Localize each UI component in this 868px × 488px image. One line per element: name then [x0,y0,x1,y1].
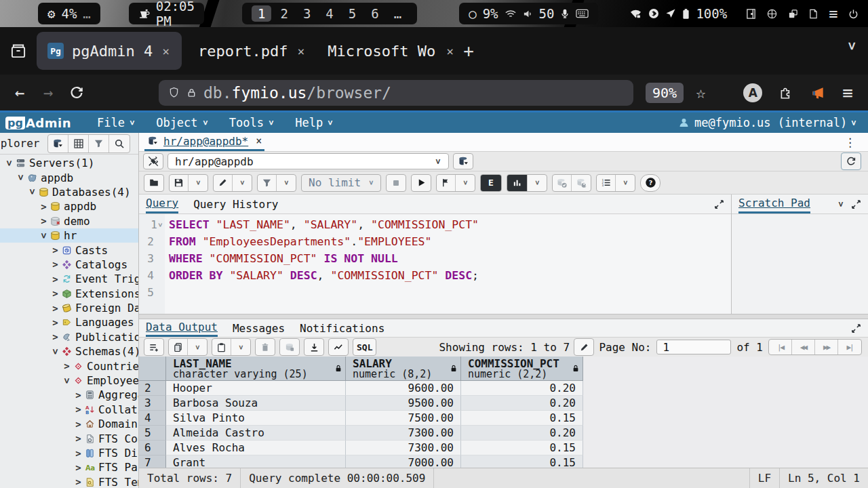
save-button[interactable] [170,175,189,191]
tab-manager-icon[interactable] [7,42,30,60]
graph-visualiser-button[interactable] [329,339,348,355]
tree-item[interactable]: >Domains [0,417,138,431]
cell[interactable]: 7000.00 [346,455,461,468]
exit-door-icon[interactable] [746,8,756,20]
workspace-…[interactable]: … [388,5,408,22]
tree-expander-icon[interactable]: > [39,230,49,241]
connect-database-button[interactable] [48,135,68,152]
tree-item[interactable]: >FTS Templates [0,475,138,488]
browser-tab-pgadmin[interactable]: Pg pgAdmin 4 × [37,32,182,70]
tree-item[interactable]: >Catalogs [0,258,138,272]
grid-view-button[interactable] [68,135,89,152]
explain-chevron-icon[interactable]: > [528,175,547,191]
stop-button[interactable] [387,175,406,191]
page-number-input[interactable] [656,340,731,354]
tree-item[interactable]: >demo [0,214,138,228]
delete-row-button[interactable] [256,339,275,355]
tab-query-history[interactable]: Query History [193,195,278,214]
column-header-commission_pct[interactable]: COMMISSION_PCTnumeric (2,2) [461,357,583,381]
tree-expander-icon[interactable]: > [50,318,60,327]
tree-item[interactable]: >Countries [0,359,138,373]
megaphone-extension-icon[interactable] [810,85,826,100]
tree-expander-icon[interactable]: > [51,346,60,357]
rollback-button[interactable] [572,175,591,191]
tree-item[interactable]: >appdb [0,199,138,214]
connectivity-widget[interactable]: 100% [620,3,736,24]
tab-overflow-chevron-icon[interactable]: > [846,42,859,60]
back-button[interactable]: ← [8,83,31,102]
menu-file[interactable]: File> [87,113,144,133]
cell[interactable]: 0.20 [461,381,583,396]
row-limit-select[interactable]: No limit> [301,174,381,192]
table-row[interactable]: 6Alves Rocha7300.000.15 [139,441,868,455]
column-header-salary[interactable]: SALARYnumeric (8,2) [346,357,461,381]
explain-button[interactable]: E [481,175,501,191]
tree-item[interactable]: >appdb [0,170,138,184]
tree-expander-icon[interactable]: > [73,463,83,472]
close-tab-icon[interactable]: × [161,44,171,58]
tree-item[interactable]: >FTS Configurations [0,431,138,445]
url-field[interactable]: db.fymio.us/browser/ [159,80,633,106]
panel-kebab-icon[interactable]: ⋮ [837,136,863,149]
workspace-4[interactable]: 4 [319,5,339,22]
expand-editor-icon[interactable] [714,199,724,209]
help-button[interactable]: ? [641,175,660,191]
cell[interactable]: 0.15 [461,455,583,468]
menu-tools[interactable]: Tools> [220,113,283,133]
execute-chevron-icon[interactable]: > [456,175,475,191]
tree-expander-icon[interactable]: > [50,245,60,255]
tree-expander-icon[interactable]: > [62,375,72,386]
paste-button[interactable] [212,339,231,355]
tree-expander-icon[interactable]: > [39,216,49,226]
tree-expander-icon[interactable]: > [50,260,60,269]
tree-item[interactable]: >EmployeesDepartments [0,373,138,388]
bookmark-star-icon[interactable]: ☆ [696,83,705,102]
expand-scratch-icon[interactable] [851,199,861,209]
table-row[interactable]: 7Grant7000.000.15 [139,455,868,468]
menu-object[interactable]: Object> [146,113,217,133]
tree-expander-icon[interactable]: > [39,202,49,211]
workspace-2[interactable]: 2 [274,5,294,22]
tree-item[interactable]: >Casts [0,243,138,257]
copy-button[interactable] [169,339,188,355]
tree-item[interactable]: >FTS Dictionaries [0,446,138,460]
row-number[interactable]: 3 [139,396,166,411]
cell[interactable]: 7300.00 [346,441,461,455]
tree-expander-icon[interactable]: > [50,274,60,284]
tree-expander-icon[interactable]: > [62,361,72,371]
close-query-tab-icon[interactable]: × [256,135,262,147]
first-page-button[interactable]: |◀ [769,340,792,354]
execute-options-button[interactable] [437,175,456,191]
tree-item[interactable]: >hr [0,228,138,243]
add-row-button[interactable] [144,339,163,355]
row-number[interactable]: 6 [139,441,166,455]
tree-item[interactable]: >Databases(4) [0,185,138,199]
tree-expander-icon[interactable]: > [73,477,83,487]
tree-expander-icon[interactable]: > [5,158,14,168]
extensions-puzzle-icon[interactable] [778,85,793,100]
clock-widget[interactable]: 02:05 PM [129,3,204,24]
new-connection-icon[interactable] [453,153,473,169]
paste-chevron-icon[interactable]: > [231,339,250,355]
explain-analyze-button[interactable] [507,175,528,191]
quick-settings[interactable]: ○ 9% 50 [459,3,598,24]
workspace-1[interactable]: 1 [252,5,271,22]
windows-icon[interactable] [788,9,798,19]
tree-expander-icon[interactable]: > [73,449,83,458]
tree-expander-icon[interactable]: > [28,187,37,197]
reload-button[interactable] [65,85,88,100]
cell[interactable]: 9500.00 [346,396,461,411]
tree-item[interactable]: >Publications [0,330,138,344]
cell[interactable]: 0.15 [461,441,583,455]
browser-tab-report[interactable]: report.pdf × [187,32,317,70]
commit-button[interactable] [553,175,572,191]
cell[interactable]: 0.15 [461,411,583,426]
macros-button[interactable]: 123 [597,175,616,191]
tree-expander-icon[interactable]: > [50,289,60,298]
next-page-button[interactable]: ▶▶ [815,340,838,354]
tree-expander-icon[interactable]: > [73,420,83,429]
globe-icon[interactable] [767,9,777,19]
restore-layout-icon[interactable] [841,152,861,170]
cell[interactable]: Grant [166,455,346,468]
expand-output-icon[interactable] [851,323,861,333]
